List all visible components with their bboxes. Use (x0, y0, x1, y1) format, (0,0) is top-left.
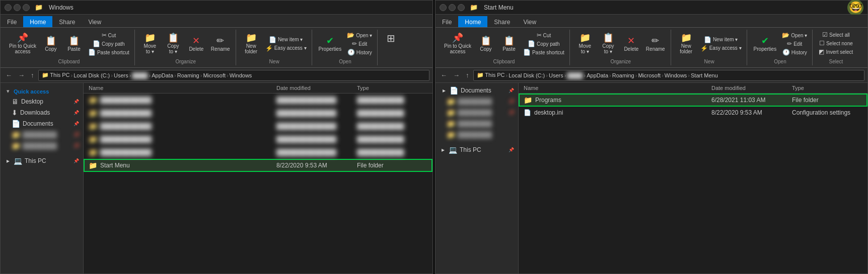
right-sidebar-blurred4[interactable]: 📁 ████████ (436, 129, 518, 140)
right-tab-file[interactable]: File (436, 16, 458, 27)
right-desktopini-row[interactable]: 📄 desktop.ini 8/22/2020 9:53 AM Configur… (519, 107, 867, 119)
right-back-btn[interactable]: ← (439, 70, 449, 80)
right-edit-btn[interactable]: ✏ Edit (780, 40, 809, 48)
right-desktopini-type: Configuration settings (792, 109, 862, 116)
left-copyto-btn[interactable]: 📋 Copyto ▾ (162, 32, 184, 56)
right-tab-view[interactable]: View (517, 16, 543, 27)
right-sidebar-blurred1[interactable]: 📁 ████████ 📌 (436, 96, 518, 107)
left-moveto-label: Moveto ▾ (144, 43, 156, 54)
left-close-btn[interactable] (23, 4, 30, 11)
right-selectnone-btn[interactable]: ☐ Select none (817, 39, 855, 47)
left-newfolder-btn[interactable]: 📁 Newfolder (240, 32, 262, 56)
left-sidebar-blurred2[interactable]: 📁 ████████ 📌 (1, 140, 83, 151)
right-close-btn[interactable] (458, 4, 465, 11)
left-file-row-2[interactable]: 📁 ████████████ ██████████████ ██████████… (84, 107, 432, 120)
left-cut-btn[interactable]: ✂ Cut (86, 31, 131, 39)
left-back-btn[interactable]: ← (4, 70, 14, 80)
left-file-row-4[interactable]: 📁 ████████████ ██████████████ ██████████… (84, 133, 432, 146)
right-path-thispc: 📁 This PC (477, 72, 505, 78)
right-pasteshortcut-btn[interactable]: 📄 Paste shortcut (521, 48, 566, 56)
left-sidebar-thispc[interactable]: ▸ 💻 This PC 📌 (1, 155, 83, 166)
right-sidebar-thispc[interactable]: ▸ 💻 This PC 📌 (436, 144, 518, 155)
left-tab-share[interactable]: Share (52, 16, 82, 27)
right-delete-btn[interactable]: ✕ Delete (620, 35, 642, 53)
left-pasteshortcut-btn[interactable]: 📄 Paste shortcut (86, 48, 131, 56)
left-maximize-btn[interactable] (14, 4, 21, 11)
left-properties-btn[interactable]: ✔ Properties (316, 35, 344, 53)
right-cut-btn[interactable]: ✂ Cut (521, 31, 566, 39)
right-copyto-btn[interactable]: 📋 Copyto ▾ (597, 32, 619, 56)
right-title-bar: 📁 Start Menu 🤓 (436, 1, 867, 15)
right-pin-btn[interactable]: 📌 Pin to Quickaccess (442, 32, 474, 56)
right-tab-home[interactable]: Home (458, 16, 487, 27)
left-pin-btn[interactable]: 📌 Pin to Quickaccess (7, 32, 39, 56)
left-tab-home[interactable]: Home (23, 16, 52, 27)
left-sidebar-desktop[interactable]: 🖥 Desktop 📌 (1, 96, 83, 107)
right-sidebar-blurred3[interactable]: 📁 ████████ (436, 118, 518, 129)
left-delete-btn[interactable]: ✕ Delete (185, 35, 207, 53)
right-easyaccess-btn[interactable]: ⚡ Easy access ▾ (698, 44, 744, 52)
left-layout-btn[interactable]: ⊞ (382, 31, 400, 46)
left-sidebar-blurred1[interactable]: 📁 ████████ 📌 (1, 129, 83, 140)
right-newfolder-btn[interactable]: 📁 Newfolder (675, 32, 697, 56)
left-newitem-btn[interactable]: 📄 New item ▾ (263, 36, 309, 44)
left-sidebar-downloads[interactable]: ⬇ Downloads 📌 (1, 107, 83, 118)
left-copy-label: Copy (45, 46, 56, 52)
right-maximize-btn[interactable] (449, 4, 456, 11)
left-file-row-3[interactable]: 📁 ████████████ ██████████████ ██████████… (84, 120, 432, 133)
right-rename-btn[interactable]: ✏ Rename (643, 35, 668, 53)
right-up-btn[interactable]: ↑ (464, 70, 471, 80)
left-rename-label: Rename (211, 46, 230, 52)
left-file-row-5[interactable]: 📁 ████████████ ██████████████ ██████████… (84, 146, 432, 159)
left-paste-btn[interactable]: 📋 Paste (63, 35, 85, 53)
right-selectall-btn[interactable]: ☑ Select all (817, 31, 855, 39)
left-downloads-label: Downloads (20, 109, 50, 116)
right-sidebar-blurred2[interactable]: 📁 ████████ 📌 (436, 107, 518, 118)
left-properties-icon: ✔ (326, 36, 334, 45)
right-tab-share[interactable]: Share (487, 16, 517, 27)
right-forward-btn[interactable]: → (451, 70, 462, 80)
right-properties-icon: ✔ (761, 36, 769, 45)
left-ribbon-tabs: File Home Share View (1, 15, 432, 28)
right-blurred2-pin: 📌 (509, 110, 514, 115)
left-delete-label: Delete (189, 46, 203, 52)
left-copy-btn[interactable]: 📋 Copy (40, 35, 62, 53)
left-forward-btn[interactable]: → (16, 70, 27, 80)
right-moveto-label: Moveto ▾ (579, 43, 591, 54)
left-edit-btn[interactable]: ✏ Edit (345, 40, 374, 48)
right-open-buttons: ✔ Properties 📂 Open ▾ ✏ Edit 🕐 History (751, 31, 810, 57)
left-up-btn[interactable]: ↑ (29, 70, 36, 80)
right-desktopini-icon: 📄 (524, 109, 531, 116)
left-file-row-1[interactable]: 📁 ████████████ ██████████████ ██████████… (84, 94, 432, 107)
left-address-path[interactable]: 📁 This PC › Local Disk (C:) › Users › ██… (38, 70, 430, 81)
right-history-btn[interactable]: 🕐 History (780, 48, 809, 56)
left-history-icon: 🕐 (347, 49, 355, 55)
right-open-btn[interactable]: 📂 Open ▾ (780, 31, 809, 39)
right-copypath-btn[interactable]: 📄 Copy path (521, 40, 566, 48)
right-properties-btn[interactable]: ✔ Properties (751, 35, 779, 53)
right-paste-btn[interactable]: 📋 Paste (498, 35, 520, 53)
left-minimize-btn[interactable] (5, 4, 12, 11)
left-rename-btn[interactable]: ✏ Rename (208, 35, 233, 53)
right-address-path[interactable]: 📁 This PC › Local Disk (C:) › Users › ██… (473, 70, 865, 81)
right-history-label: History (791, 50, 807, 55)
right-edit-icon: ✏ (787, 41, 792, 47)
right-programs-row[interactable]: 📁 Programs 6/28/2021 11:03 AM File folde… (519, 94, 867, 107)
right-newitem-btn[interactable]: 📄 New item ▾ (698, 36, 744, 44)
left-open-btn[interactable]: 📂 Open ▾ (345, 31, 374, 39)
left-moveto-btn[interactable]: 📁 Moveto ▾ (139, 32, 161, 56)
right-invertselect-btn[interactable]: ◩ Invert select (817, 48, 855, 56)
left-sidebar-documents[interactable]: 📄 Documents 📌 (1, 118, 83, 129)
left-tab-file[interactable]: File (1, 16, 23, 27)
left-history-btn[interactable]: 🕐 History (345, 48, 374, 56)
right-copy-btn[interactable]: 📋 Copy (475, 35, 497, 53)
left-delete-icon: ✕ (192, 36, 200, 45)
right-moveto-btn[interactable]: 📁 Moveto ▾ (574, 32, 596, 56)
right-selectall-label: Select all (829, 32, 850, 38)
left-tab-view[interactable]: View (82, 16, 108, 27)
right-minimize-btn[interactable] (440, 4, 447, 11)
left-startmenu-row[interactable]: 📁 Start Menu 8/22/2020 9:53 AM File fold… (84, 159, 432, 172)
right-sidebar-documents[interactable]: ▸ 📄 Documents 📌 (436, 85, 518, 96)
left-copypath-btn[interactable]: 📄 Copy path (86, 40, 131, 48)
left-easyaccess-btn[interactable]: ⚡ Easy access ▾ (263, 44, 309, 52)
